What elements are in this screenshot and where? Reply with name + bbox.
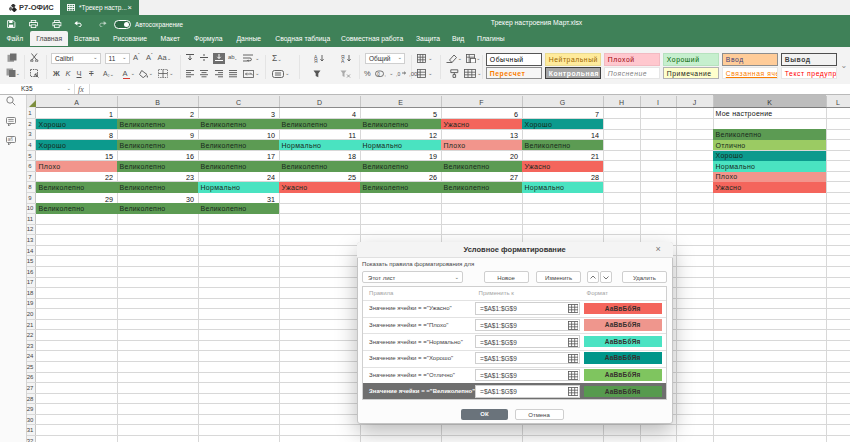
svg-text:,: ,: [385, 71, 386, 77]
svg-text:aб: aб: [8, 137, 14, 142]
svg-text:0: 0: [377, 71, 380, 76]
svg-text:Я: Я: [314, 58, 318, 63]
